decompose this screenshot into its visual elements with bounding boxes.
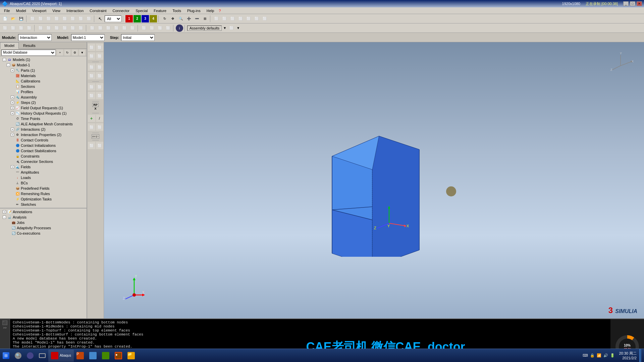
menu-special[interactable]: Special [133,8,150,13]
tree-time-points[interactable]: ⏱ Time Points [0,116,87,121]
menu-feature[interactable]: Feature [151,8,169,13]
tb-btn-1[interactable]: ⬜ [29,15,36,22]
tb2-btn-13[interactable]: ⬜ [105,24,112,32]
arrow-btn[interactable]: ↖ [97,15,104,22]
tree-field-output[interactable]: + 📈 Field Output Requests (1) [0,105,87,111]
tree-constraints[interactable]: 🔒 Constraints [0,154,87,159]
tree-amplitudes[interactable]: 〰 Amplitudes [0,170,87,175]
num1-btn[interactable]: 1 [125,15,133,22]
vtb-btn-18[interactable]: ⬜ [96,142,103,149]
assembly-defaults-dropdown[interactable]: ▼ [222,24,227,32]
minimize-button[interactable]: _ [623,1,629,6]
selection-type-select[interactable]: All [105,15,121,22]
view-btn-6[interactable]: ⬜ [253,15,260,22]
tree-int-props[interactable]: + ⚙ Interaction Properties (2) [0,132,87,137]
menu-plugins[interactable]: Plug-ins [184,8,203,13]
tb2-btn-5[interactable]: ⬜ [37,24,44,32]
msg-scroll-btn[interactable]: >> [3,326,7,329]
save-button[interactable]: 💾 [17,15,25,22]
vtb-btn-10[interactable]: ⬜ [96,83,103,90]
tree-history-output[interactable]: + 📉 History Output Requests (1) [0,111,87,116]
pan-btn[interactable]: ✥ [169,15,176,22]
tree-profiles[interactable]: 📊 Profiles [0,89,87,95]
taskbar-app1[interactable] [99,350,112,362]
taskbar-cortana[interactable] [24,350,36,362]
taskbar-abaqus[interactable]: Abaqus [48,350,74,362]
tree-analysis[interactable]: - 🔬 Analysis [0,215,87,220]
system-clock[interactable]: 20:30 周二 2021/2/2 [619,351,637,360]
menu-connector[interactable]: Connector [110,8,132,13]
close-button[interactable]: ✕ [637,1,642,6]
tb2-btn-21[interactable]: ⬜ [228,24,235,32]
vtb-btn-12[interactable]: ⬜ [96,92,103,99]
vtb-btn-16[interactable]: ⬜ [96,123,103,131]
tree-predef-fields[interactable]: 📦 Predefined Fields [0,186,87,191]
tree-options-btn[interactable]: ⚙ [72,50,78,56]
expand-assembly[interactable]: + [11,96,14,99]
tb2-btn-6[interactable]: ⬜ [45,24,52,32]
tb2-btn-15[interactable]: ⬜ [121,24,128,32]
tree-fields[interactable]: + 🌊 Fields [0,164,87,170]
tree-remeshing[interactable]: 🔀 Remeshing Rules [0,191,87,196]
view-btn-4[interactable]: ⬜ [237,15,244,22]
model-select[interactable]: Model-1 [71,34,105,41]
tb2-btn-22[interactable]: ▼ [236,24,240,32]
expand-interactions[interactable]: + [11,128,14,131]
tb2-btn-17[interactable]: ⬜ [140,24,148,32]
module-select[interactable]: Interaction Assembly Step Load Mesh [18,34,52,41]
tb2-btn-14[interactable]: ⬜ [113,24,120,32]
tab-model[interactable]: Model [0,42,19,49]
vtb-btn-15[interactable]: ⬜ [88,123,95,131]
expand-steps[interactable]: + [11,101,14,104]
info-button[interactable]: i [176,24,183,32]
tree-sketches[interactable]: ✏ Sketches [0,202,87,207]
tab-results[interactable]: Results [19,42,40,49]
tb2-btn-20[interactable]: ⬜ [164,24,172,32]
tb2-btn-3[interactable]: ⬜ [17,24,25,32]
expand-field[interactable]: + [11,106,14,110]
tree-steps[interactable]: + ⚡ Steps (2) [0,100,87,105]
tb-btn-3[interactable]: ⬜ [45,15,52,22]
zoom-in-btn[interactable]: ➕ [185,15,193,22]
tb-btn-5[interactable]: ⬜ [61,15,68,22]
tb2-btn-9[interactable]: ⬜ [69,24,76,32]
tree-optimization[interactable]: ⚡ Optimization Tasks [0,196,87,202]
expand-models[interactable]: - [3,58,6,61]
vtb-btn-9[interactable]: ⬜ [88,83,95,90]
expand-fields[interactable]: + [11,165,14,169]
new-button[interactable]: 📄 [1,15,9,22]
tree-contact-controls[interactable]: 🎛 Contact Controls [0,137,87,143]
vtb-btn-7[interactable]: ⬜ [88,72,95,79]
tb-btn-8[interactable]: ⬜ [85,15,93,22]
tb-btn-2[interactable]: ⬜ [37,15,44,22]
start-button[interactable]: ⊞ [0,350,12,362]
num2-btn[interactable]: 2 [133,15,141,22]
taskbar-search[interactable]: 🔍 [12,350,24,362]
tree-bcs[interactable]: ⊥ BCs [0,180,87,186]
tb2-btn-8[interactable]: ⬜ [61,24,68,32]
tree-sections[interactable]: 📋 Sections [0,84,87,89]
tb2-btn-2[interactable]: ⬜ [9,24,17,32]
fit-btn[interactable]: ⊞ [201,15,209,22]
expand-history[interactable]: + [11,112,14,115]
vtb-btn-11[interactable]: ⬜ [88,92,95,99]
view-btn-7[interactable]: ⬜ [261,15,268,22]
vtb-btn-6[interactable]: ⬜ [96,63,103,71]
menu-view[interactable]: View [50,8,63,13]
vtb-btn-3[interactable]: ⬜ [88,52,95,60]
tb2-btn-12[interactable]: ⬜ [97,24,104,32]
tb-btn-7[interactable]: ⬜ [77,15,85,22]
view-btn-1[interactable]: ⬜ [213,15,220,22]
menu-file[interactable]: File [1,8,13,13]
taskbar-app2[interactable]: ● [112,350,125,362]
viewport[interactable]: X Y Z [104,42,644,318]
expand-annotations[interactable]: + [3,210,6,214]
taskbar-explorer[interactable]: 📁 [125,350,138,362]
expand-int-props[interactable]: + [11,133,14,136]
tb2-btn-1[interactable]: ⬜ [1,24,9,32]
menu-viewport[interactable]: Viewport [30,8,49,13]
rotate-btn[interactable]: ↻ [161,15,168,22]
tree-ale[interactable]: 🔄 ALE Adaptive Mesh Constraints [0,121,87,127]
view-btn-3[interactable]: ⬜ [229,15,236,22]
tree-interactions[interactable]: + 🔗 Interactions (2) [0,127,87,132]
